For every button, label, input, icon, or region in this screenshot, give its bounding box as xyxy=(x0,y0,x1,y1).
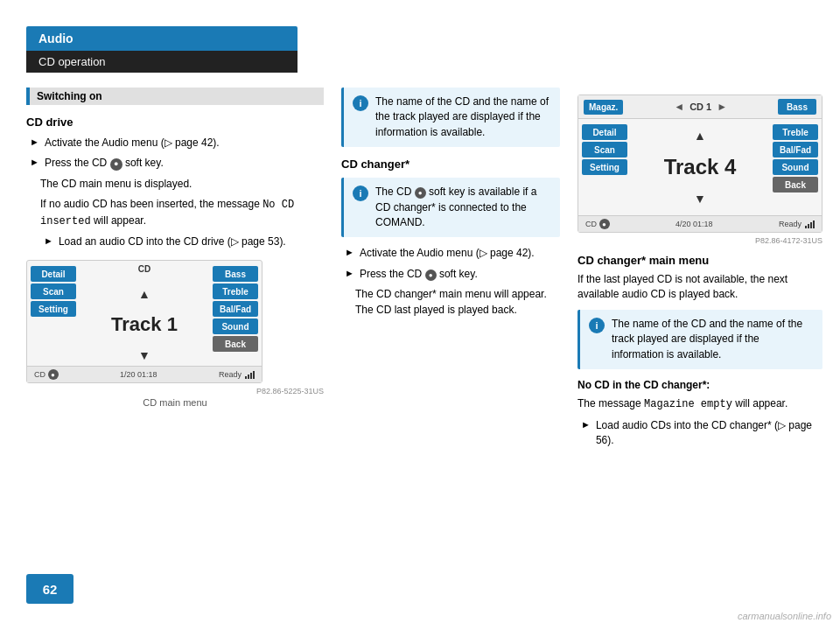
sound-button[interactable]: Sound xyxy=(213,318,258,334)
header-cd-operation: CD operation xyxy=(26,51,298,73)
info-text-1: The name of the CD and the name of the t… xyxy=(375,94,551,140)
cc-treble-button[interactable]: Treble xyxy=(773,124,818,140)
bullet-load-cds-text: Load audio CDs into the CD changer* (▷ p… xyxy=(596,418,822,449)
switching-on-section: Switching on xyxy=(26,88,324,105)
cd-left-buttons: Detail Scan Setting xyxy=(27,261,80,366)
cc-down-arrow[interactable]: ▼ xyxy=(694,192,706,206)
cc-detail-button[interactable]: Detail xyxy=(582,124,627,140)
cc-balfad-button[interactable]: Bal/Fad xyxy=(773,142,818,158)
cc-footer-track-time: 4/20 01:18 xyxy=(676,220,713,228)
cc-bar-4 xyxy=(813,220,815,228)
cd-track-display: Track 1 xyxy=(111,313,178,336)
bar-1 xyxy=(245,376,247,379)
cd-ready-label: Ready xyxy=(219,370,242,379)
cc-center: ▲ Track 4 ▼ xyxy=(631,119,769,215)
cd-nav-left-arrow[interactable]: ◄ xyxy=(674,101,684,113)
cd-ui-ref: P82.86-5225-31US xyxy=(26,387,324,396)
right-column: Magaz. ◄ CD 1 ► Bass Detail Scan Setting… xyxy=(578,88,822,560)
bullet-arrow-icon-4: ► xyxy=(345,247,354,257)
info-box-1: i The name of the CD and the name of the… xyxy=(341,88,560,147)
cc-bar-1 xyxy=(805,226,807,228)
bar-3 xyxy=(250,373,252,379)
cd-footer: CD ● 1/20 01:18 Ready xyxy=(27,366,262,382)
cd-changer-title: CD changer* xyxy=(341,158,560,171)
back-button[interactable]: Back xyxy=(213,336,258,352)
bar-2 xyxy=(248,374,249,379)
no-cd-message-text: If no audio CD has been inserted, the me… xyxy=(26,197,324,229)
cc-setting-button[interactable]: Setting xyxy=(582,159,627,175)
bullet-press-cd-text-2: Press the CD ● soft key. xyxy=(360,267,478,282)
cc-left-buttons: Detail Scan Setting xyxy=(578,119,631,215)
cd-changer-top-bar: Magaz. ◄ CD 1 ► Bass xyxy=(578,95,822,119)
cd-footer-right: Ready xyxy=(219,370,255,379)
cd-center: CD ▲ Track 1 ▼ xyxy=(80,261,209,366)
cc-footer-right: Ready xyxy=(779,220,815,228)
cc-back-button[interactable]: Back xyxy=(773,177,818,192)
bullet-activate-audio-2: ► Activate the Audio menu (▷ page 42). xyxy=(341,246,560,261)
cc-signal-bars xyxy=(805,220,815,228)
info-text-2: The CD ● soft key is available if a CD c… xyxy=(375,185,551,230)
cc-scan-button[interactable]: Scan xyxy=(582,142,627,158)
bar-4 xyxy=(253,371,255,379)
cd-main-menu-displayed: The CD main menu is displayed. xyxy=(26,177,324,192)
bullet-activate-text-2: Activate the Audio menu (▷ page 42). xyxy=(360,246,535,261)
cd-changer-inner: Detail Scan Setting ▲ Track 4 ▼ Treble B… xyxy=(578,119,822,215)
page-number-badge: 62 xyxy=(26,574,74,604)
bullet-load-cds: ► Load audio CDs into the CD changer* (▷… xyxy=(578,418,822,449)
header-audio-title: Audio xyxy=(26,26,298,51)
bullet-press-cd: ► Press the CD ● soft key. xyxy=(26,156,324,171)
cd-main-menu-caption: CD main menu xyxy=(26,397,324,408)
info-icon-2: i xyxy=(353,186,368,201)
cc-sound-button[interactable]: Sound xyxy=(773,159,818,175)
bullet-press-cd-text: Press the CD ● soft key. xyxy=(45,156,164,171)
cd-down-arrow[interactable]: ▼ xyxy=(138,348,150,362)
cc-track-display: Track 4 xyxy=(664,155,737,179)
cd-footer-cd-label: CD ● xyxy=(34,369,59,380)
info-icon-3: i xyxy=(589,318,605,333)
middle-column: i The name of the CD and the name of the… xyxy=(341,88,560,560)
cd-changer-main-menu-title: CD changer* main menu xyxy=(578,254,822,267)
info-box-2: i The CD ● soft key is available if a CD… xyxy=(341,178,560,237)
bullet-load-text: Load an audio CD into the CD drive (▷ pa… xyxy=(59,234,286,249)
cd-main-menu-ui: Detail Scan Setting CD ▲ Track 1 ▼ Bass … xyxy=(26,260,262,383)
cd-changer-main-menu-ui: Magaz. ◄ CD 1 ► Bass Detail Scan Setting… xyxy=(578,94,822,233)
bass-button[interactable]: Bass xyxy=(213,266,258,282)
cd-changer-main-menu-appear: The CD changer* main menu will appear. T… xyxy=(341,287,560,318)
bullet-press-cd-2: ► Press the CD ● soft key. xyxy=(341,267,560,282)
magaz-button[interactable]: Magaz. xyxy=(584,100,623,115)
bullet-arrow-icon-6: ► xyxy=(581,419,591,430)
no-cd-title: No CD in the CD changer*: xyxy=(578,378,822,393)
cc-footer: CD ● 4/20 01:18 Ready xyxy=(578,215,822,232)
bullet-arrow-icon-3: ► xyxy=(44,235,53,246)
header-bar: Audio CD operation xyxy=(26,26,298,73)
cd-nav: ◄ CD 1 ► xyxy=(674,101,727,113)
bass-button-right[interactable]: Bass xyxy=(778,99,816,115)
left-column: Switching on CD drive ► Activate the Aud… xyxy=(26,88,324,560)
balfad-button[interactable]: Bal/Fad xyxy=(213,301,258,317)
cd-nav-label: CD 1 xyxy=(690,102,711,112)
cd-drive-title: CD drive xyxy=(26,116,324,129)
bullet-arrow-icon: ► xyxy=(30,136,39,147)
cc-right-buttons: Treble Bal/Fad Sound Back xyxy=(769,119,822,215)
treble-button[interactable]: Treble xyxy=(213,284,258,299)
info-text-3: The name of the CD and the name of the t… xyxy=(612,317,814,362)
scan-button[interactable]: Scan xyxy=(31,284,76,299)
cd-signal-bars xyxy=(245,370,255,379)
cd-up-arrow[interactable]: ▲ xyxy=(138,287,150,301)
main-content: Switching on CD drive ► Activate the Aud… xyxy=(26,88,814,560)
info-box-3: i The name of the CD and the name of the… xyxy=(578,310,822,369)
cd-nav-right-arrow[interactable]: ► xyxy=(717,101,727,113)
no-cd-text: The message Magazine empty will appear. xyxy=(578,396,822,412)
detail-button[interactable]: Detail xyxy=(31,266,76,282)
cc-up-arrow[interactable]: ▲ xyxy=(694,129,706,143)
watermark: carmanualsonline.info xyxy=(738,611,831,621)
setting-button[interactable]: Setting xyxy=(31,301,76,317)
cc-footer-cd-label: CD ● xyxy=(585,219,610,229)
bullet-load-cd: ► Load an audio CD into the CD drive (▷ … xyxy=(26,234,324,249)
bullet-activate-audio: ► Activate the Audio menu (▷ page 42). xyxy=(26,136,324,150)
cd-footer-track-time: 1/20 01:18 xyxy=(120,370,158,379)
bullet-activate-text: Activate the Audio menu (▷ page 42). xyxy=(45,136,220,150)
cc-ui-ref: P82.86-4172-31US xyxy=(578,236,822,245)
bullet-arrow-icon-2: ► xyxy=(30,157,39,167)
cd-changer-para1: If the last played CD is not available, … xyxy=(578,272,822,303)
